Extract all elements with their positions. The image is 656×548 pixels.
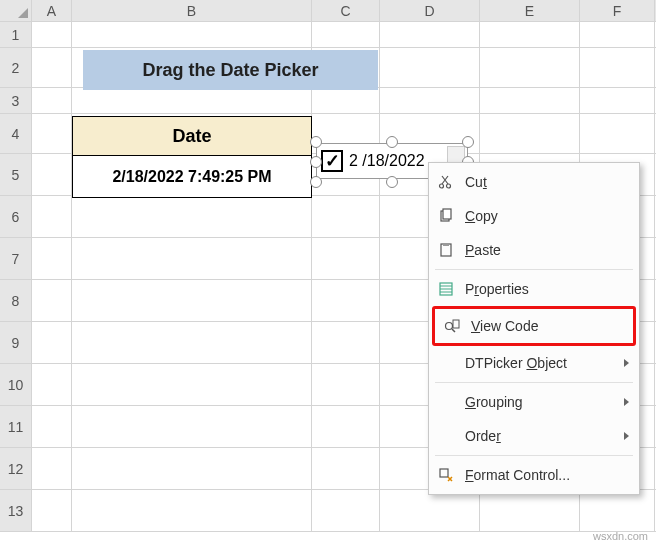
view-code-icon — [441, 318, 463, 334]
row-header-13[interactable]: 13 — [0, 490, 32, 531]
menu-view-code[interactable]: View Code — [432, 306, 636, 346]
row-header-12[interactable]: 12 — [0, 448, 32, 489]
cell[interactable] — [312, 22, 380, 47]
menu-label: Grouping — [457, 394, 624, 410]
date-picker-value: 2 /18/2022 — [349, 152, 425, 170]
menu-separator — [435, 382, 633, 383]
cell[interactable] — [580, 22, 655, 47]
cell[interactable] — [580, 48, 655, 87]
cell[interactable] — [312, 490, 380, 531]
cell[interactable] — [32, 88, 72, 113]
cell[interactable] — [72, 88, 312, 113]
row-header-7[interactable]: 7 — [0, 238, 32, 279]
cell[interactable] — [312, 238, 380, 279]
submenu-arrow-icon — [624, 398, 629, 406]
cell[interactable] — [312, 322, 380, 363]
selection-handle[interactable] — [462, 136, 474, 148]
col-header-d[interactable]: D — [380, 0, 480, 21]
col-header-b[interactable]: B — [72, 0, 312, 21]
menu-properties[interactable]: Properties — [429, 272, 639, 306]
cell[interactable] — [32, 322, 72, 363]
col-header-f[interactable]: F — [580, 0, 655, 21]
row-header-6[interactable]: 6 — [0, 196, 32, 237]
cell[interactable] — [72, 406, 312, 447]
cell[interactable] — [312, 196, 380, 237]
cell[interactable] — [380, 490, 480, 531]
selection-handle[interactable] — [310, 176, 322, 188]
svg-point-1 — [447, 184, 451, 188]
menu-format-control[interactable]: Format Control... — [429, 458, 639, 492]
menu-grouping[interactable]: Grouping — [429, 385, 639, 419]
svg-rect-5 — [443, 243, 449, 246]
paste-icon — [435, 242, 457, 258]
menu-order[interactable]: Order — [429, 419, 639, 453]
menu-paste[interactable]: Paste — [429, 233, 639, 267]
selection-handle[interactable] — [310, 136, 322, 148]
cell[interactable] — [72, 238, 312, 279]
cell[interactable] — [312, 406, 380, 447]
svg-point-10 — [446, 323, 453, 330]
cell[interactable] — [312, 88, 380, 113]
cell[interactable] — [580, 490, 655, 531]
selection-handle[interactable] — [386, 176, 398, 188]
cell[interactable] — [312, 364, 380, 405]
menu-label: DTPicker Object — [457, 355, 624, 371]
col-header-c[interactable]: C — [312, 0, 380, 21]
cell[interactable] — [580, 114, 655, 153]
cell[interactable] — [580, 88, 655, 113]
cell[interactable] — [32, 154, 72, 195]
col-header-a[interactable]: A — [32, 0, 72, 21]
row-header-11[interactable]: 11 — [0, 406, 32, 447]
selection-handle[interactable] — [386, 136, 398, 148]
watermark: wsxdn.com — [593, 530, 648, 542]
cell[interactable] — [72, 196, 312, 237]
menu-dtpicker-object[interactable]: DTPicker Object — [429, 346, 639, 380]
cell[interactable] — [380, 48, 480, 87]
cell[interactable] — [32, 280, 72, 321]
cell[interactable] — [32, 22, 72, 47]
date-picker-checkbox[interactable]: ✓ — [321, 150, 343, 172]
row-header-2[interactable]: 2 — [0, 48, 32, 87]
col-header-e[interactable]: E — [480, 0, 580, 21]
cell[interactable] — [32, 114, 72, 153]
cell[interactable] — [72, 364, 312, 405]
title-banner: Drag the Date Picker — [83, 50, 378, 90]
cell[interactable] — [480, 114, 580, 153]
menu-cut[interactable]: Cut — [429, 165, 639, 199]
row-header-8[interactable]: 8 — [0, 280, 32, 321]
selection-handle[interactable] — [310, 156, 322, 168]
cell[interactable] — [32, 448, 72, 489]
cell[interactable] — [480, 490, 580, 531]
cell[interactable] — [32, 490, 72, 531]
menu-copy[interactable]: Copy — [429, 199, 639, 233]
cell[interactable] — [312, 280, 380, 321]
cell[interactable] — [380, 22, 480, 47]
date-table-value: 2/18/2022 7:49:25 PM — [72, 156, 312, 198]
format-control-icon — [435, 467, 457, 483]
row-header-3[interactable]: 3 — [0, 88, 32, 113]
cell[interactable] — [32, 48, 72, 87]
cell[interactable] — [312, 448, 380, 489]
row-header-1[interactable]: 1 — [0, 22, 32, 47]
cell[interactable] — [480, 22, 580, 47]
cell[interactable] — [480, 88, 580, 113]
row-header-9[interactable]: 9 — [0, 322, 32, 363]
menu-label: Copy — [457, 208, 629, 224]
select-all-corner[interactable] — [0, 0, 32, 21]
cell[interactable] — [32, 238, 72, 279]
properties-icon — [435, 281, 457, 297]
cell[interactable] — [32, 406, 72, 447]
cell[interactable] — [72, 490, 312, 531]
cell[interactable] — [32, 364, 72, 405]
cell[interactable] — [72, 448, 312, 489]
cell[interactable] — [32, 196, 72, 237]
cell[interactable] — [480, 48, 580, 87]
cell[interactable] — [72, 322, 312, 363]
menu-separator — [435, 269, 633, 270]
row-header-4[interactable]: 4 — [0, 114, 32, 153]
cell[interactable] — [72, 280, 312, 321]
cell[interactable] — [72, 22, 312, 47]
cell[interactable] — [380, 88, 480, 113]
row-header-5[interactable]: 5 — [0, 154, 32, 195]
row-header-10[interactable]: 10 — [0, 364, 32, 405]
